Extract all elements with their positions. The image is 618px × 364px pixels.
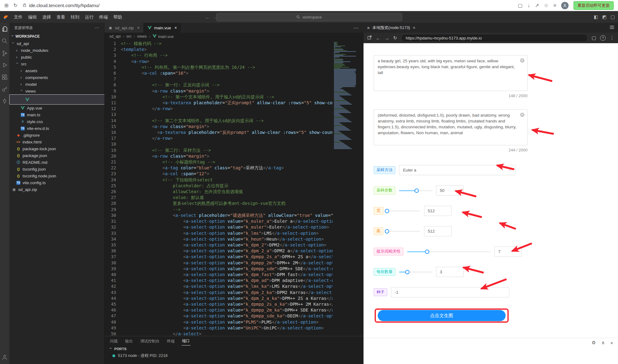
- gear-icon[interactable]: ⚙: [592, 340, 596, 345]
- menu-icon[interactable]: ≡: [553, 3, 556, 8]
- tab-close-icon[interactable]: ×: [174, 25, 177, 30]
- forward-icon[interactable]: →: [385, 35, 389, 41]
- menu-转到[interactable]: 转到: [68, 13, 82, 21]
- tree-item-src[interactable]: ›src: [9, 60, 104, 67]
- apps-grid-icon[interactable]: ⊞: [4, 3, 8, 8]
- positive-prompt-textarea[interactable]: a beauty girl, 25 years old, with big ey…: [374, 55, 528, 91]
- panel-tab-终端[interactable]: 终端: [166, 337, 175, 345]
- open-external-icon[interactable]: [367, 35, 372, 41]
- sampling-method-select[interactable]: Euler a∨: [399, 165, 515, 175]
- profile-avatar[interactable]: [561, 2, 569, 9]
- minimap[interactable]: [334, 42, 360, 149]
- cfg-scale-input[interactable]: 7: [494, 246, 522, 257]
- source-control-icon[interactable]: [2, 50, 8, 56]
- layout-editor-icon[interactable]: ▢: [611, 14, 615, 20]
- panel-tab-输出[interactable]: 输出: [124, 337, 133, 345]
- slider-handle[interactable]: [414, 188, 419, 193]
- menu-查看[interactable]: 查看: [54, 13, 68, 21]
- remote-icon[interactable]: [2, 98, 8, 104]
- tree-item-App.vue[interactable]: App.vue: [9, 105, 104, 111]
- ports-section-header[interactable]: › PORTS: [109, 345, 359, 352]
- breadcrumb-item[interactable]: views: [137, 34, 147, 39]
- width-input[interactable]: 512: [424, 206, 452, 216]
- download-icon[interactable]: ↓: [528, 3, 530, 8]
- tree-item-components[interactable]: ›components: [9, 74, 104, 81]
- tree-item-index.html[interactable]: <>index.html: [9, 139, 104, 145]
- tree-item-vite.config.ts[interactable]: TSvite.config.ts: [9, 179, 104, 186]
- panel-tab-端口[interactable]: 端口: [182, 336, 191, 345]
- code-editor[interactable]: 1<!-- 模板代码 -->2<template>3 <!-- 行布局 -->4…: [104, 40, 364, 336]
- address-bar[interactable]: ide.cloud.tencent.com/tty/hpdamu/: [23, 3, 99, 8]
- menu-文件[interactable]: 文件: [11, 13, 25, 21]
- tree-item-package-lock.json[interactable]: {}package-lock.json: [9, 145, 104, 152]
- restart-update-button[interactable]: 重新启动即可更新: [574, 1, 614, 10]
- breadcrumb-item[interactable]: src: [126, 34, 132, 39]
- explorer-icon[interactable]: [2, 26, 8, 32]
- width-slider[interactable]: [387, 209, 420, 213]
- menu-运行[interactable]: 运行: [82, 13, 96, 21]
- tree-item-sd_api[interactable]: ›sd_api: [9, 40, 104, 47]
- slider-handle[interactable]: [405, 270, 410, 274]
- extensions-icon[interactable]: [2, 74, 8, 80]
- settings-list-icon[interactable]: ⋮: [610, 35, 614, 41]
- close-icon[interactable]: ×: [610, 340, 613, 345]
- collapse-up-icon[interactable]: ∧: [601, 340, 605, 345]
- panel-tab-问题[interactable]: 问题: [109, 337, 118, 345]
- explorer-more-actions-icon[interactable]: ⋯: [95, 25, 99, 31]
- layout-sidebar-icon[interactable]: ◧: [594, 14, 598, 20]
- cfg-scale-slider[interactable]: [407, 250, 491, 254]
- refresh-icon[interactable]: ↻: [393, 35, 397, 41]
- port-row[interactable]: 5173 node - 进程 PID: 2218: [109, 352, 359, 359]
- height-input[interactable]: 512: [424, 226, 452, 236]
- negative-prompt-textarea[interactable]: (deformed, distorted, disfigured:1.0), p…: [374, 110, 528, 145]
- batch-count-input[interactable]: 3: [436, 267, 464, 277]
- share-icon[interactable]: ↗: [535, 3, 539, 8]
- devtools-icon[interactable]: ▢: [592, 35, 596, 41]
- run-and-debug-icon[interactable]: [2, 62, 8, 68]
- tree-item-package.json[interactable]: {}package.json: [9, 152, 104, 159]
- tree-item-.gitignore[interactable]: ◆.gitignore: [9, 132, 104, 139]
- slider-handle[interactable]: [385, 209, 389, 213]
- panel-icon[interactable]: ▢: [518, 3, 523, 8]
- slider-handle[interactable]: [385, 229, 389, 234]
- tree-item-vite-env.d.ts[interactable]: TSvite-env.d.ts: [9, 125, 104, 132]
- editor-tab-sd_api.zip[interactable]: ▣sd_api.zip×: [104, 23, 144, 33]
- list-icon[interactable]: ≡: [367, 26, 370, 30]
- tab-close-icon[interactable]: ×: [137, 25, 140, 30]
- workspace-root[interactable]: › WORKSPACE: [9, 33, 104, 40]
- editor-more-actions-icon[interactable]: ⋯: [349, 23, 364, 33]
- tree-item-main.ts[interactable]: TSmain.ts: [9, 111, 104, 118]
- menu-选择[interactable]: 选择: [40, 13, 54, 21]
- menu-帮助[interactable]: 帮助: [111, 13, 125, 21]
- tree-item-tsconfig.node.json[interactable]: {}tsconfig.node.json: [9, 172, 104, 179]
- tree-item-node_modules[interactable]: ›node_modules: [9, 47, 104, 54]
- menu-编辑[interactable]: 编辑: [25, 13, 40, 21]
- split-editor-icon[interactable]: [610, 25, 614, 31]
- tree-item-public[interactable]: ›public: [9, 54, 104, 60]
- panel-tab-调试控制台[interactable]: 调试控制台: [140, 337, 160, 345]
- help-icon[interactable]: ?: [600, 35, 606, 41]
- tree-item-views[interactable]: ›views: [9, 88, 104, 94]
- tree-item-README.md[interactable]: ⓘREADME.md: [9, 159, 104, 166]
- editor-tab-main.vue[interactable]: main.vue×: [144, 23, 181, 33]
- back-icon[interactable]: ←: [376, 35, 380, 41]
- batch-count-slider[interactable]: [399, 270, 432, 274]
- height-slider[interactable]: [387, 229, 420, 234]
- breadcrumb-item[interactable]: main.vue: [152, 34, 174, 39]
- workspace-search-input[interactable]: workspace: [216, 13, 402, 21]
- sampling-steps-input[interactable]: 50: [436, 185, 464, 196]
- search-icon[interactable]: [2, 38, 8, 44]
- close-icon[interactable]: ×: [413, 25, 415, 30]
- clear-icon[interactable]: ✕: [520, 58, 524, 63]
- tree-item-style.css[interactable]: #style.css: [9, 118, 104, 125]
- menu-终端[interactable]: 终端: [96, 13, 111, 21]
- seed-input[interactable]: -1: [391, 287, 509, 297]
- tree-item-tsconfig.json[interactable]: {}tsconfig.json: [9, 166, 104, 172]
- account-icon[interactable]: [2, 354, 8, 360]
- layout-panel-icon[interactable]: ◩: [602, 14, 607, 20]
- tree-item-sd_api.zip[interactable]: ▣sd_api.zip: [9, 186, 104, 193]
- breadcrumb-item[interactable]: sd_api: [109, 34, 121, 39]
- tree-item-model[interactable]: ›model: [9, 81, 104, 88]
- slider-handle[interactable]: [425, 250, 429, 254]
- clear-icon[interactable]: ✕: [520, 113, 524, 117]
